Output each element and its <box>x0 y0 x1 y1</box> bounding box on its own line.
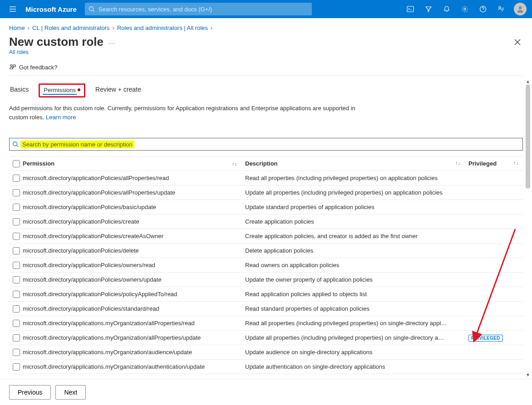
sort-icon[interactable]: ↑↓ <box>232 161 237 166</box>
svg-point-3 <box>89 7 94 11</box>
description-cell: Create application policies <box>245 218 468 225</box>
feedback-label: Got feedback? <box>19 64 58 71</box>
notifications-icon[interactable] <box>438 0 456 18</box>
row-checkbox[interactable] <box>13 363 20 371</box>
permission-search-box[interactable]: Search by permission name or description <box>9 138 523 151</box>
row-checkbox[interactable] <box>13 204 20 211</box>
description-cell: Update standard properties of applicatio… <box>245 204 468 210</box>
permission-cell: microsoft.directory/applications.myOrgan… <box>23 334 245 341</box>
content-area: Home › CL | Roles and administrators › R… <box>0 18 532 379</box>
intro-text: Add permissions for this custom role. Cu… <box>0 98 372 122</box>
table-row[interactable]: microsoft.directory/applicationPolicies/… <box>9 171 523 185</box>
table-row[interactable]: microsoft.directory/applications.myOrgan… <box>9 331 523 345</box>
row-checkbox[interactable] <box>13 334 20 342</box>
feedback-button[interactable]: Got feedback? <box>0 60 532 75</box>
tab-bar: Basics Permissions Review + create <box>0 76 532 98</box>
brand-label[interactable]: Microsoft Azure <box>22 5 85 13</box>
description-cell: Delete application policies <box>245 247 468 254</box>
scroll-thumb[interactable] <box>526 84 530 189</box>
sort-icon[interactable]: ↑↓ <box>455 160 460 167</box>
close-blade-button[interactable] <box>512 37 523 49</box>
previous-button[interactable]: Previous <box>9 385 51 400</box>
search-icon <box>12 141 19 147</box>
permission-cell: microsoft.directory/applications.myOrgan… <box>23 349 245 356</box>
table-body: microsoft.directory/applicationPolicies/… <box>9 171 523 374</box>
row-checkbox[interactable] <box>13 233 20 240</box>
next-button[interactable]: Next <box>55 385 86 400</box>
table-row[interactable]: microsoft.directory/applicationPolicies/… <box>9 302 523 316</box>
svg-line-14 <box>17 146 19 147</box>
global-search-input[interactable] <box>98 5 308 13</box>
table-row[interactable]: microsoft.directory/applications.myOrgan… <box>9 345 523 360</box>
permission-cell: microsoft.directory/applicationPolicies/… <box>23 262 245 268</box>
permission-cell: microsoft.directory/applicationPolicies/… <box>23 291 245 298</box>
table-row[interactable]: microsoft.directory/applicationPolicies/… <box>9 185 523 200</box>
row-checkbox[interactable] <box>13 276 20 283</box>
sort-icon[interactable]: ↑↓ <box>513 160 518 167</box>
breadcrumb-item[interactable]: CL | Roles and administrators <box>32 24 110 31</box>
global-header: Microsoft Azure <box>0 0 532 18</box>
table-row[interactable]: microsoft.directory/applicationPolicies/… <box>9 200 523 215</box>
svg-point-12 <box>10 65 12 67</box>
row-checkbox[interactable] <box>13 189 20 196</box>
scroll-down-arrow-icon[interactable]: ▼ <box>525 371 531 378</box>
feedback-icon[interactable] <box>492 0 510 18</box>
table-row[interactable]: microsoft.directory/applicationPolicies/… <box>9 273 523 287</box>
tab-permissions-highlighted[interactable]: Permissions <box>39 83 85 98</box>
global-search[interactable] <box>85 3 312 15</box>
permission-search-placeholder-highlight: Search by permission name or description <box>20 141 134 148</box>
table-row[interactable]: microsoft.directory/applicationPolicies/… <box>9 215 523 229</box>
tab-basics[interactable]: Basics <box>9 83 30 98</box>
account-avatar[interactable] <box>514 3 527 15</box>
footer-bar: Previous Next <box>0 379 532 405</box>
filter-icon[interactable] <box>419 0 438 18</box>
description-cell: Update the owner property of application… <box>245 276 468 283</box>
description-cell: Read application policies applied to obj… <box>245 291 468 298</box>
select-all-checkbox[interactable] <box>13 160 20 167</box>
permissions-table: Permission↑↓ Description↑↓ Privileged↑↓ … <box>9 156 523 374</box>
svg-point-6 <box>464 8 466 10</box>
chevron-right-icon: › <box>113 24 114 31</box>
row-checkbox[interactable] <box>13 218 20 225</box>
breadcrumb-item[interactable]: Home <box>9 24 25 31</box>
description-cell: Create application policies, and creator… <box>245 233 468 239</box>
vertical-scrollbar[interactable]: ▲ ▼ <box>525 78 531 378</box>
description-cell: Read all properties (including privilege… <box>245 320 468 327</box>
permission-cell: microsoft.directory/applicationPolicies/… <box>23 218 245 225</box>
settings-gear-icon[interactable] <box>456 0 474 18</box>
description-cell: Read standard properties of application … <box>245 305 468 312</box>
table-row[interactable]: microsoft.directory/applicationPolicies/… <box>9 244 523 258</box>
permission-cell: microsoft.directory/applicationPolicies/… <box>23 175 245 181</box>
breadcrumb-item[interactable]: Roles and administrators | All roles <box>117 24 208 31</box>
table-row[interactable]: microsoft.directory/applicationPolicies/… <box>9 287 523 302</box>
tab-review-create[interactable]: Review + create <box>94 83 142 98</box>
table-row[interactable]: microsoft.directory/applications.myOrgan… <box>9 316 523 331</box>
scroll-up-arrow-icon[interactable]: ▲ <box>525 78 531 84</box>
description-cell: Update all properties (including privile… <box>245 334 468 341</box>
permission-cell: microsoft.directory/applicationPolicies/… <box>23 247 245 254</box>
more-actions-button[interactable]: ··· <box>109 39 116 47</box>
tab-permissions-label: Permissions <box>44 87 76 93</box>
row-checkbox[interactable] <box>13 262 20 269</box>
cloud-shell-icon[interactable] <box>401 0 419 18</box>
hamburger-menu-icon[interactable] <box>4 0 22 18</box>
col-header-privileged[interactable]: Privileged <box>468 160 497 167</box>
header-actions <box>401 0 528 18</box>
row-checkbox[interactable] <box>13 305 20 312</box>
row-checkbox[interactable] <box>13 175 20 182</box>
row-checkbox[interactable] <box>13 320 20 327</box>
learn-more-link[interactable]: Learn more <box>46 114 76 121</box>
row-checkbox[interactable] <box>13 247 20 254</box>
col-header-description[interactable]: Description <box>245 160 278 167</box>
table-row[interactable]: microsoft.directory/applications.myOrgan… <box>9 360 523 374</box>
table-row[interactable]: microsoft.directory/applicationPolicies/… <box>9 229 523 244</box>
row-checkbox[interactable] <box>13 349 20 356</box>
col-header-permission[interactable]: Permission <box>23 160 54 167</box>
description-cell: Update all properties (including privile… <box>245 189 468 196</box>
help-icon[interactable] <box>474 0 492 18</box>
row-checkbox[interactable] <box>13 291 20 298</box>
subtitle-link[interactable]: All roles <box>0 49 532 60</box>
table-row[interactable]: microsoft.directory/applicationPolicies/… <box>9 258 523 273</box>
permission-cell: microsoft.directory/applications.myOrgan… <box>23 363 245 370</box>
table-header-row: Permission↑↓ Description↑↓ Privileged↑↓ <box>9 156 523 171</box>
